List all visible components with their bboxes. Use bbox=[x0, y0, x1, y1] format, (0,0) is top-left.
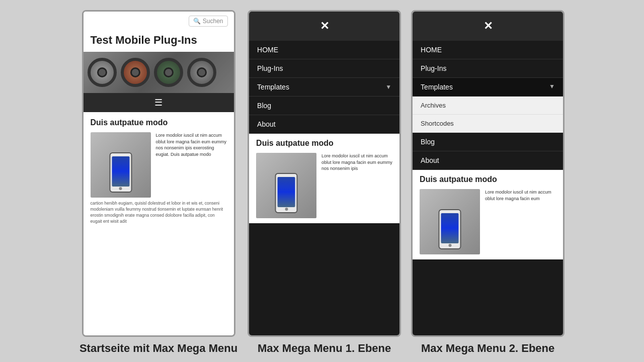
phone-in-image-1 bbox=[109, 152, 132, 193]
overlay-nav-bar-2: ✕ bbox=[249, 12, 399, 41]
below-menu-2: Duis autpatue modo Lore modolor iuscil u… bbox=[249, 134, 399, 223]
menu-item-blog-label-2: Blog bbox=[257, 102, 271, 110]
overlay-top-2: ✕ bbox=[249, 12, 399, 41]
menu-item-home-2[interactable]: HOME bbox=[249, 41, 399, 59]
phone-in-image-3 bbox=[439, 209, 461, 249]
wheel-1 bbox=[88, 58, 117, 87]
menu-item-templates-label-3: Templates bbox=[421, 83, 453, 91]
menu-item-plugins-2[interactable]: Plug-Ins bbox=[249, 59, 399, 78]
below-article-text-3: Lore modolor iuscil ut nim accum oblut l… bbox=[485, 189, 556, 254]
article-row-1: Lore modolor iuscil ut nim accum oblut l… bbox=[91, 132, 227, 198]
article-image-1 bbox=[91, 132, 151, 198]
below-article-3: Lore modolor iuscil ut nim accum oblut l… bbox=[420, 189, 556, 254]
search-icon-1: 🔍 bbox=[193, 18, 201, 25]
close-button-3[interactable]: ✕ bbox=[479, 16, 497, 37]
site-title-1: Test Mobile Plug-Ins bbox=[84, 31, 234, 52]
below-heading-3: Duis autpatue modo bbox=[420, 175, 556, 184]
templates-arrow-2: ▼ bbox=[385, 83, 391, 90]
menu-item-about-2[interactable]: About bbox=[249, 115, 399, 134]
phone-dot-2 bbox=[285, 208, 288, 211]
hero-image-1 bbox=[84, 52, 234, 93]
menu-item-templates-label-2: Templates bbox=[257, 83, 289, 91]
menu-item-home-label-2: HOME bbox=[257, 46, 278, 54]
screenshot-label-1: Startseite mit Max Mega Menu bbox=[79, 342, 237, 355]
phone-screen-3 bbox=[441, 213, 459, 243]
screenshot-wrapper-3: 🔍 Suchen Test Mobile Plug-Ins ✕ bbox=[411, 10, 565, 355]
menu-item-plugins-label-2: Plug-Ins bbox=[257, 64, 283, 72]
screenshots-row: 🔍 Suchen Test Mobile Plug-Ins ☰ bbox=[10, 10, 634, 355]
phone-frame-3: 🔍 Suchen Test Mobile Plug-Ins ✕ bbox=[411, 10, 565, 337]
overlay-nav-3: HOME Plug-Ins Templates ▲ Archives Short… bbox=[413, 41, 563, 335]
phone-dot-3 bbox=[448, 244, 451, 247]
close-button-2[interactable]: ✕ bbox=[316, 16, 333, 37]
phone-in-image-2 bbox=[275, 173, 298, 213]
wheel-3 bbox=[154, 58, 183, 87]
screenshot-wrapper-1: 🔍 Suchen Test Mobile Plug-Ins ☰ bbox=[79, 10, 237, 355]
screenshot-wrapper-2: 🔍 Suchen Test Mobile Plug-Ins ✕ bbox=[248, 10, 401, 355]
menu-item-home-3[interactable]: HOME bbox=[413, 41, 563, 59]
search-bar-1: 🔍 Suchen bbox=[84, 12, 234, 31]
overlay-nav-2: HOME Plug-Ins Templates ▼ Blog About bbox=[249, 41, 399, 335]
menu-item-blog-3[interactable]: Blog bbox=[413, 133, 563, 151]
menu-item-blog-2[interactable]: Blog bbox=[249, 97, 399, 115]
menu-item-plugins-label-3: Plug-Ins bbox=[421, 64, 446, 72]
wheel-2 bbox=[121, 58, 150, 87]
hamburger-icon-1[interactable]: ☰ bbox=[154, 97, 163, 108]
menu-item-plugins-3[interactable]: Plug-Ins bbox=[413, 59, 563, 78]
phone-frame-1: 🔍 Suchen Test Mobile Plug-Ins ☰ bbox=[82, 10, 235, 337]
submenu-archives-label: Archives bbox=[421, 102, 446, 109]
below-article-image-2 bbox=[256, 153, 316, 218]
menu-item-templates-3[interactable]: Templates ▲ bbox=[413, 78, 563, 97]
menu-item-about-label-3: About bbox=[421, 156, 439, 164]
overlay-top-3: ✕ bbox=[413, 12, 563, 41]
below-menu-3: Duis autpatue modo Lore modolor iuscil u… bbox=[413, 170, 563, 259]
article-text-body-1: cartion henibh eugiam, quisisl dolestrud… bbox=[91, 201, 227, 225]
nav-bar-1[interactable]: ☰ bbox=[84, 93, 234, 112]
phone-frame-2: 🔍 Suchen Test Mobile Plug-Ins ✕ bbox=[248, 10, 401, 337]
wheel-4 bbox=[187, 58, 216, 87]
screenshot-label-3: Max Mega Menu 2. Ebene bbox=[421, 342, 554, 355]
below-heading-2: Duis autpatue modo bbox=[256, 139, 392, 148]
submenu-shortcodes-label: Shortcodes bbox=[421, 120, 454, 127]
submenu-item-shortcodes[interactable]: Shortcodes bbox=[413, 115, 563, 133]
phone-screen-1 bbox=[112, 156, 129, 187]
templates-arrow-3: ▲ bbox=[549, 83, 555, 90]
submenu-item-archives[interactable]: Archives bbox=[413, 97, 563, 115]
below-article-text-2: Lore modolor iuscil ut nim accum oblut l… bbox=[321, 153, 392, 218]
article-text-1: Lore modolor iuscil ut nim accum oblut l… bbox=[156, 132, 227, 198]
menu-item-templates-2[interactable]: Templates ▼ bbox=[249, 78, 399, 97]
menu-item-home-label-3: HOME bbox=[421, 46, 442, 54]
content-area-1: Duis autpatue modo Lore modolor iuscil u… bbox=[84, 112, 234, 335]
menu-item-about-3[interactable]: About bbox=[413, 151, 563, 170]
screenshot-label-2: Max Mega Menu 1. Ebene bbox=[258, 342, 391, 355]
menu-item-blog-label-3: Blog bbox=[421, 138, 435, 146]
overlay-nav-bar-3: ✕ bbox=[413, 12, 563, 41]
overlay-menu-3: ✕ HOME Plug-Ins Templates ▲ bbox=[413, 12, 563, 335]
overlay-menu-2: ✕ HOME Plug-Ins Templates ▼ Blog bbox=[249, 12, 399, 335]
search-input-1[interactable]: 🔍 Suchen bbox=[189, 16, 228, 27]
content-heading-1: Duis autpatue modo bbox=[91, 118, 227, 127]
hero-wheels-1 bbox=[84, 52, 234, 93]
phone-screen-2 bbox=[278, 177, 295, 207]
below-article-image-3 bbox=[420, 189, 480, 254]
search-placeholder-1: Suchen bbox=[203, 18, 223, 25]
menu-item-about-label-2: About bbox=[257, 120, 276, 128]
below-article-2: Lore modolor iuscil ut nim accum oblut l… bbox=[256, 153, 392, 218]
phone-dot-1 bbox=[119, 187, 122, 190]
